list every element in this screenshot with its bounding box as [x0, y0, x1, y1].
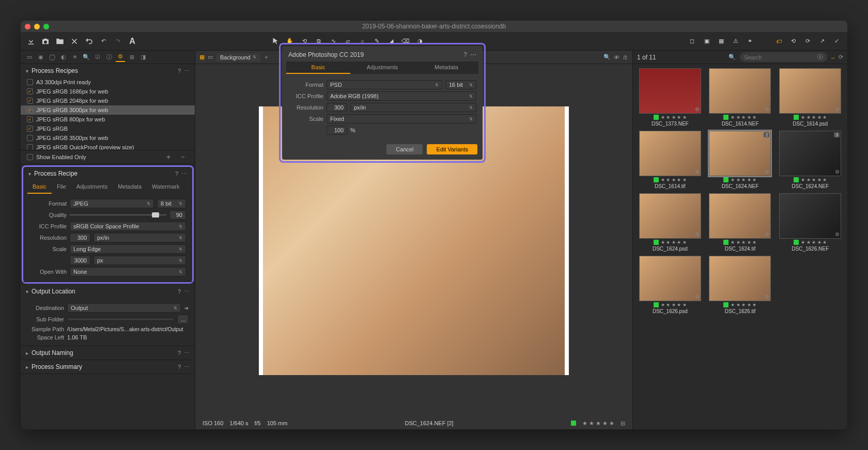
rating-stars[interactable]: ★ ★ ★ ★ ★: [661, 177, 687, 182]
thumbnail[interactable]: 3⚙ ★ ★ ★ ★ ★ DSC_1624.NEF: [777, 131, 843, 189]
d-bitdepth-select[interactable]: 16 bit: [445, 80, 476, 89]
recipe-checkbox[interactable]: [27, 98, 33, 104]
gear-icon[interactable]: ⚙: [695, 106, 700, 112]
thumbnail[interactable]: ⚙ ★ ★ ★ ★ ★ DSC_1626.NEF: [777, 193, 843, 252]
color-tag[interactable]: [571, 421, 576, 426]
edit-variants-button[interactable]: Edit Variants: [427, 144, 477, 154]
dialog-more-icon[interactable]: ⋯: [470, 51, 476, 58]
capture-tab[interactable]: ◉: [36, 53, 45, 62]
import-icon[interactable]: [26, 36, 36, 46]
openwith-select[interactable]: None: [70, 267, 186, 276]
more-icon[interactable]: ⋯: [184, 350, 190, 356]
lens-tab[interactable]: ◯: [48, 53, 57, 62]
auto-icon[interactable]: A: [127, 36, 137, 46]
trash-icon[interactable]: ⊟: [621, 420, 625, 427]
search-box[interactable]: ⓧ: [740, 52, 827, 62]
chevron-down-icon[interactable]: ▾: [28, 171, 31, 177]
dialog-tab-adjustments[interactable]: Adjustments: [350, 61, 414, 74]
goto-icon[interactable]: ➔: [184, 305, 189, 312]
gear-icon[interactable]: ⚙: [765, 169, 769, 175]
rating-stars[interactable]: ★ ★ ★ ★ ★: [661, 240, 687, 245]
thumbnail-image[interactable]: ⚙: [639, 131, 701, 176]
focus-icon[interactable]: ◻: [687, 36, 698, 46]
clear-search-icon[interactable]: ⓧ: [817, 53, 823, 61]
thumbnail[interactable]: ⚙ ★ ★ ★ ★ ★ DSC_1614.tif: [637, 131, 703, 189]
gear-icon[interactable]: ⚙: [765, 294, 769, 300]
exposure-icon[interactable]: ▣: [702, 36, 712, 46]
thumbnail[interactable]: 2⚙ ★ ★ ★ ★ ★ DSC_1624.NEF: [707, 131, 773, 189]
camera-icon[interactable]: [40, 36, 51, 46]
more-icon[interactable]: ⋯: [184, 68, 190, 74]
d-format-select[interactable]: PSD: [327, 80, 442, 89]
filter-icon[interactable]: –: [831, 54, 834, 60]
rating-stars[interactable]: ★ ★ ★ ★ ★: [731, 177, 756, 182]
browse-button[interactable]: ...: [177, 315, 189, 324]
single-view-icon[interactable]: ▭: [208, 54, 213, 60]
window-maximize[interactable]: [43, 24, 49, 29]
dialog-tab-metadata[interactable]: Metadata: [414, 61, 478, 74]
dialog-tab-basic[interactable]: Basic: [286, 61, 350, 74]
recipe-item[interactable]: JPEG sRGB 2048px for web: [21, 96, 195, 105]
recipe-tab-adjustments[interactable]: Adjustments: [71, 180, 113, 194]
thumbnail[interactable]: ⚙ ★ ★ ★ ★ ★ DSC_1624.psd: [637, 193, 703, 252]
thumbnail-image[interactable]: ⚙: [639, 256, 701, 301]
rating-stars[interactable]: ★ ★ ★ ★ ★: [731, 115, 756, 120]
close-icon[interactable]: [69, 36, 80, 46]
gear-icon[interactable]: ⚙: [835, 106, 840, 112]
d-res-input[interactable]: 300: [327, 103, 347, 112]
folder-icon[interactable]: [55, 36, 65, 46]
recipe-checkbox[interactable]: [27, 107, 33, 113]
history-fwd-icon[interactable]: ↷: [113, 36, 123, 46]
bitdepth-select[interactable]: 8 bit: [157, 199, 186, 208]
more-icon[interactable]: ⋯: [181, 170, 187, 177]
icc-select[interactable]: sRGB Color Space Profile: [70, 222, 186, 231]
recipe-item[interactable]: A3 300dpi Print ready: [21, 77, 195, 87]
color-tag[interactable]: [654, 115, 659, 120]
rating-stars[interactable]: ★ ★ ★ ★ ★: [801, 115, 827, 120]
gear-icon[interactable]: ⚙: [835, 231, 840, 237]
color-tag[interactable]: [794, 115, 799, 120]
rating-stars[interactable]: ★ ★ ★ ★ ★: [582, 420, 614, 427]
rating-stars[interactable]: ★ ★ ★ ★ ★: [801, 177, 827, 182]
recipe-item[interactable]: JPEG sRGB: [21, 124, 195, 133]
resolution-input[interactable]: 300: [70, 233, 90, 242]
thumbnail-image[interactable]: ⚙: [639, 193, 701, 239]
add-layer-icon[interactable]: ＋: [264, 53, 269, 61]
quality-value[interactable]: 90: [169, 210, 186, 220]
gear-icon[interactable]: ⚙: [695, 294, 700, 300]
resolution-unit-select[interactable]: px/in: [94, 233, 186, 242]
rating-stars[interactable]: ★ ★ ★ ★ ★: [731, 240, 756, 245]
batch-tab[interactable]: ⊞: [127, 53, 136, 62]
thumbnail[interactable]: ⚙ ★ ★ ★ ★ ★ DSC_1626.tif: [707, 256, 773, 314]
recipe-checkbox[interactable]: [27, 144, 33, 150]
rating-stars[interactable]: ★ ★ ★ ★ ★: [801, 240, 827, 245]
format-select[interactable]: JPEG: [70, 199, 154, 208]
history-back-icon[interactable]: ↶: [98, 36, 109, 46]
details-tab[interactable]: 🔍: [82, 53, 91, 62]
color-tag[interactable]: [794, 240, 799, 245]
search-icon[interactable]: 🔍: [729, 54, 736, 60]
thumbnail[interactable]: ⚙ ★ ★ ★ ★ ★ DSC_1373.NEF: [637, 68, 703, 127]
warning-icon[interactable]: ⚠: [731, 36, 741, 46]
thumbnail-image[interactable]: 2⚙: [709, 131, 771, 176]
d-scale-select[interactable]: Fixed: [327, 114, 476, 123]
search-input[interactable]: [744, 54, 815, 60]
recipe-checkbox[interactable]: [27, 116, 33, 122]
reset-icon[interactable]: ⟲: [788, 36, 799, 46]
thumbnail-image[interactable]: ⚙: [639, 68, 701, 114]
thumbnail-image[interactable]: 3⚙: [779, 131, 841, 176]
color-tag[interactable]: [654, 302, 659, 307]
window-close[interactable]: [25, 24, 30, 29]
thumbnail[interactable]: ⚙ ★ ★ ★ ★ ★ DSC_1624.tif: [707, 193, 773, 252]
recipe-item[interactable]: JPEG sRGB 800px for web: [21, 115, 195, 124]
help-icon[interactable]: ?: [178, 364, 181, 370]
recipe-tab-watermark[interactable]: Watermark: [147, 180, 184, 194]
chevron-right-icon[interactable]: ▸: [26, 350, 28, 356]
tag-icon[interactable]: 🏷: [774, 36, 784, 46]
dimension-unit-select[interactable]: px: [94, 256, 186, 265]
recipe-item[interactable]: JPEG sRGB 3500px for web: [21, 133, 195, 143]
color-tag[interactable]: [723, 240, 729, 245]
d-pct-input[interactable]: 100: [327, 126, 347, 135]
done-icon[interactable]: ✓: [832, 36, 842, 46]
recipe-checkbox[interactable]: [27, 79, 33, 85]
